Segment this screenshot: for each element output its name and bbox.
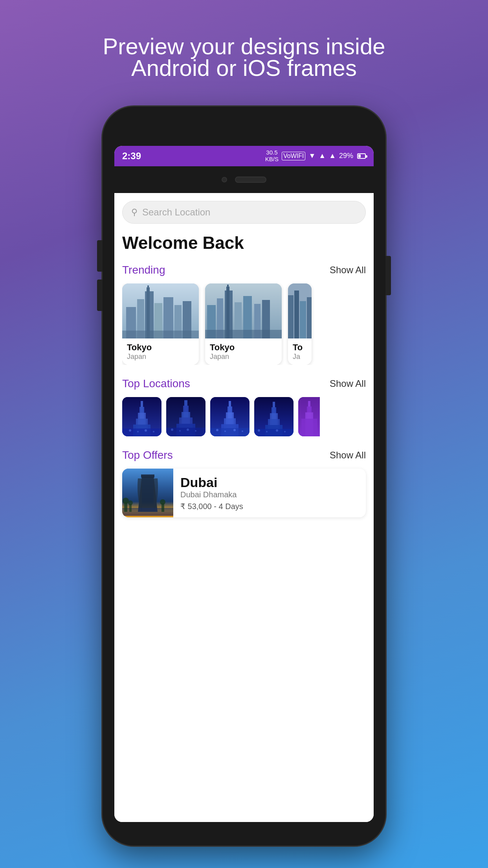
wifi-icon: ▼ xyxy=(308,152,316,160)
svg-rect-66 xyxy=(254,429,294,436)
top-offers-label: Top Offers xyxy=(122,449,173,462)
trending-show-all[interactable]: Show All xyxy=(330,265,366,276)
power-button xyxy=(385,256,391,295)
trending-card-3-info: To Ja xyxy=(288,338,312,365)
welcome-heading: Welcome Back xyxy=(122,233,366,253)
svg-rect-10 xyxy=(122,331,199,338)
svg-rect-26 xyxy=(307,297,312,338)
offer-card-dubai[interactable]: Dubai Dubai Dhamaka ₹ 53,000 - 4 Days xyxy=(122,469,366,517)
trending-card-2-country: Japan xyxy=(210,353,277,361)
svg-point-48 xyxy=(195,430,196,432)
svg-point-70 xyxy=(284,431,286,432)
top-offers-show-all[interactable]: Show All xyxy=(330,450,366,461)
trending-card-1-city: Tokyo xyxy=(127,342,194,353)
location-icon-2[interactable] xyxy=(166,397,205,436)
svg-rect-55 xyxy=(210,428,250,436)
trending-card-3-image xyxy=(288,283,312,338)
volume-up-button xyxy=(97,240,103,272)
speaker-grille xyxy=(235,177,266,183)
page-subtitle: Android or iOS frames xyxy=(108,53,380,83)
trending-card-1[interactable]: Tokyo Japan xyxy=(122,283,199,365)
status-icons: 30.5KB/S VoWIFI ▼ ▲ ▲ 29% xyxy=(265,149,366,162)
status-time: 2:39 xyxy=(122,151,141,162)
battery-icon xyxy=(357,153,366,159)
trending-card-2[interactable]: Tokyo Japan xyxy=(205,283,282,365)
trending-card-1-country: Japan xyxy=(127,353,194,361)
trending-card-3[interactable]: To Ja xyxy=(288,283,312,365)
svg-point-56 xyxy=(216,429,218,431)
location-icon-3[interactable] xyxy=(210,397,250,436)
camera-bar xyxy=(114,166,374,193)
svg-point-46 xyxy=(179,430,181,432)
phone-frame-wrapper: 2:39 30.5KB/S VoWIFI ▼ ▲ ▲ 29% xyxy=(103,107,385,846)
svg-point-57 xyxy=(224,430,226,432)
top-locations-list xyxy=(122,397,366,436)
top-locations-show-all[interactable]: Show All xyxy=(330,378,366,389)
trending-card-2-image xyxy=(205,283,282,338)
volume-down-button xyxy=(97,280,103,311)
phone-screen: 2:39 30.5KB/S VoWIFI ▼ ▲ ▲ 29% xyxy=(114,146,374,822)
signal-icon: ▲ xyxy=(319,152,326,160)
svg-rect-24 xyxy=(294,291,299,338)
offer-card-image xyxy=(122,469,173,517)
svg-point-59 xyxy=(242,430,243,432)
status-bar: 2:39 30.5KB/S VoWIFI ▼ ▲ ▲ 29% xyxy=(114,146,374,166)
offer-city: Dubai xyxy=(180,475,359,490)
app-content: ⚲ Search Location Welcome Back Trending … xyxy=(114,193,374,822)
top-offers-header: Top Offers Show All xyxy=(122,449,366,462)
svg-point-35 xyxy=(137,431,139,432)
search-icon: ⚲ xyxy=(131,207,138,217)
svg-rect-23 xyxy=(288,295,294,338)
svg-rect-78 xyxy=(141,474,154,478)
location-icon-4[interactable] xyxy=(254,397,294,436)
offer-subtitle: Dubai Dhamaka xyxy=(180,490,359,499)
battery-status: 29% xyxy=(339,152,353,160)
svg-point-37 xyxy=(153,431,154,432)
trending-card-1-info: Tokyo Japan xyxy=(122,338,199,365)
offer-card-info: Dubai Dubai Dhamaka ₹ 53,000 - 4 Days xyxy=(173,469,366,517)
trending-section-header: Trending Show All xyxy=(122,264,366,276)
svg-rect-33 xyxy=(122,428,161,436)
front-camera xyxy=(222,177,227,182)
svg-rect-21 xyxy=(205,330,282,338)
trending-cards-list: Tokyo Japan xyxy=(122,283,366,365)
status-network: VoWIFI xyxy=(282,152,305,160)
svg-point-68 xyxy=(266,431,268,432)
svg-point-47 xyxy=(187,428,189,431)
svg-point-67 xyxy=(258,429,260,432)
svg-rect-75 xyxy=(301,419,317,436)
offer-price: ₹ 53,000 - 4 Days xyxy=(180,502,359,511)
svg-rect-25 xyxy=(300,301,306,338)
trending-card-2-city: Tokyo xyxy=(210,342,277,353)
svg-rect-9 xyxy=(147,285,149,289)
top-locations-header: Top Locations Show All xyxy=(122,377,366,390)
status-speed: 30.5KB/S xyxy=(265,149,279,162)
search-bar[interactable]: ⚲ Search Location xyxy=(122,201,366,224)
svg-point-69 xyxy=(276,429,278,432)
trending-card-3-city: To xyxy=(293,342,307,353)
svg-point-36 xyxy=(145,429,147,432)
svg-point-83 xyxy=(128,500,133,505)
trending-card-2-info: Tokyo Japan xyxy=(205,338,282,365)
signal-icon-2: ▲ xyxy=(329,152,336,160)
svg-point-58 xyxy=(233,429,236,431)
svg-point-34 xyxy=(129,429,131,432)
svg-point-85 xyxy=(160,499,165,505)
search-placeholder: Search Location xyxy=(142,207,210,218)
location-icon-5[interactable] xyxy=(298,397,320,436)
top-locations-label: Top Locations xyxy=(122,377,190,390)
location-icon-1[interactable] xyxy=(122,397,161,436)
svg-rect-20 xyxy=(227,285,229,289)
trending-card-3-country: Ja xyxy=(293,353,307,361)
trending-card-1-image xyxy=(122,283,199,338)
svg-point-81 xyxy=(123,498,129,504)
svg-point-45 xyxy=(171,428,173,431)
trending-label: Trending xyxy=(122,264,165,276)
